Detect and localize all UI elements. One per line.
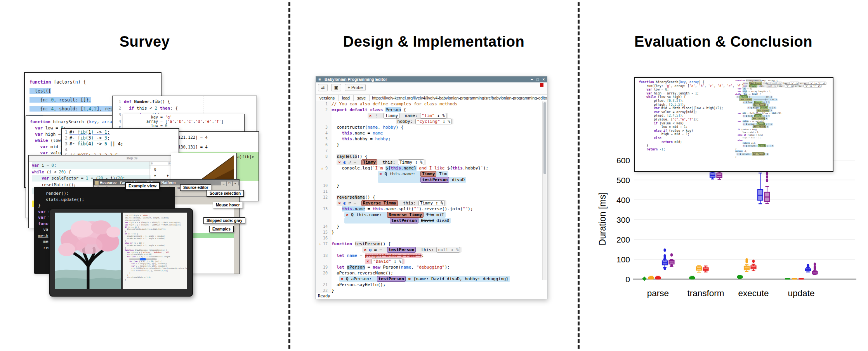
svg-text:600: 600 — [616, 156, 630, 165]
code-row: 8 sayHello() { — [316, 154, 547, 159]
code-row: var mid = Math.floor((low + high)/2); — [639, 107, 749, 110]
code-row: run({key: 'g', array: ['a', 'b', 'c', 'd… — [639, 84, 749, 88]
code-row: × Q low: Found 0 │ 3 — [735, 101, 827, 104]
code-row: × Q aPerson: testPerson ✱ {name: David d… — [316, 276, 547, 282]
code-row: 4 — [63, 147, 179, 153]
svg-text:parse: parse — [647, 288, 669, 298]
code-row: return mid; — [735, 142, 827, 145]
code-row: function binarySearch(key, array) { — [639, 80, 749, 84]
code-row: Not Found e — [735, 126, 827, 128]
window-controls: −□× — [527, 77, 545, 82]
callout-examples: Examples — [209, 226, 234, 232]
code-row: 7 — [316, 148, 547, 154]
dashed-separator — [288, 2, 290, 349]
code-row: × Q mid: Found 2 │ 4 — [735, 115, 827, 117]
editor-titlebar[interactable]: ≡ Babylonian Programming Editor −□× — [316, 77, 547, 82]
code-row: } — [639, 144, 749, 148]
code-row: var mid = Math.floor((low + high)/2); — [735, 112, 827, 115]
panel-title-survey: Survey — [0, 33, 289, 50]
code-row: var low = 0; — [639, 88, 749, 92]
code-row: else — [735, 139, 827, 142]
code-row: Not Found 5 — [735, 109, 827, 112]
code-row: p(low, [0,3,5]); — [639, 99, 749, 103]
code-row: p(high, [5,5,5]); — [639, 103, 749, 107]
screenshot-plain-code: function binarySearch(key, array) { run(… — [639, 80, 749, 151]
code-row: 1#+ fib(1) -> 1; — [63, 129, 179, 135]
code-row: var value = array[mid]; — [735, 120, 827, 123]
code-row: 18 let name = prompt("Enter a name"); — [316, 253, 547, 258]
code-row: test([ — [30, 87, 161, 96]
code-row: × ◐ ⇄ ⋯ Reverse Timmy this: Timmy ↕ % — [316, 200, 547, 206]
code-row: p(mid, [2,4,5]); — [639, 114, 749, 118]
menu-icon[interactable]: ≡ — [318, 77, 321, 82]
survey-window-book: ctx.fillStyle = '#000';ctx.fillRect(0, -… — [49, 208, 193, 297]
code-row: 2#- fib(3) -> 3; — [63, 135, 179, 141]
code-row: 11 — [316, 189, 547, 194]
swap-icon-button[interactable]: ⇄ — [318, 84, 328, 91]
book-page-illustration — [55, 213, 121, 289]
code-row: Not Found 3 — [735, 104, 827, 107]
code-row: 19 let aPerson = new Person(name, "debug… — [316, 264, 547, 270]
code-row: × Q return: Not Found -1 — [735, 153, 827, 155]
code-row: else if (value > key) — [639, 129, 749, 133]
poster: Survey function factors(n) { test([ {n: … — [0, 0, 868, 351]
code-row: 3#- fib(4) -> 5 || 4; — [63, 141, 179, 147]
code-row: else if (value > key) — [735, 134, 827, 136]
editor-scrollbar[interactable] — [542, 101, 547, 280]
code-row: return mid; — [639, 140, 749, 144]
code-row: hobby: "cycling" ↕ % — [316, 119, 547, 124]
code-row: 4 this.name = name — [316, 130, 547, 136]
code-row: ×◐⇄⋯ Found this: null ↕% key: 'e' ↕% arr… — [735, 85, 827, 87]
code-row: 14 } — [316, 224, 547, 229]
code-row: 13 this.name = this.name.split("").rever… — [316, 206, 547, 212]
code-row: Not Found ─────────┼── 2 of 3 — [735, 98, 827, 101]
warning-icon: ⚠ — [319, 242, 323, 246]
code-row: while (i < 20) { — [32, 169, 151, 175]
code-row: high = mid - 1; — [735, 136, 827, 139]
code-row: 12 reverseName() { — [316, 194, 547, 200]
close-icon[interactable]: × — [542, 77, 545, 82]
code-row: if (value < key) — [639, 122, 749, 126]
minimize-icon[interactable]: − — [531, 77, 533, 82]
code-row: 5 this.hobby = hobby; — [316, 136, 547, 142]
code-row: 20 aPerson.reverseName(); — [316, 270, 547, 276]
close-icon[interactable]: × — [233, 181, 238, 186]
code-row: var i = 0; — [32, 162, 151, 169]
frame-icon-button[interactable]: ▣ — [331, 84, 341, 91]
code-row: × ◐ ⇄ ⋯ Timmy this: Timmy ↕ % — [316, 159, 547, 165]
code-row: × ⋮ Timmy name: "Tim" ↕ % — [316, 113, 547, 119]
code-row: function factors(n) { — [30, 78, 161, 87]
code-row: 2export default class Person { — [316, 107, 547, 113]
duration-boxplot-chart: 0100200300400500600Duration [ms]parsetra… — [578, 0, 868, 351]
progress-slider[interactable] — [130, 258, 157, 260]
add-probe-button[interactable]: + Probe — [345, 84, 366, 91]
code-row: key = 'g' — [146, 115, 244, 119]
code-row: } — [38, 203, 175, 209]
code-row: var value = array[mid]; — [639, 110, 749, 114]
maximize-icon[interactable]: □ — [536, 77, 539, 82]
code-row: × Q high: Found 5 │ 5 — [735, 107, 827, 109]
code-row: 10 } — [316, 183, 547, 189]
svg-text:Duration [ms]: Duration [ms] — [597, 192, 608, 246]
svg-text:500: 500 — [616, 176, 630, 185]
maximize-icon[interactable]: □ — [227, 181, 233, 186]
code-row: 3 constructor(name, hobby) { — [316, 124, 547, 130]
code-row: p(value, ["c","e","f"]); — [639, 118, 749, 122]
code-row: Not Found 4 — [735, 117, 827, 120]
svg-text:update: update — [788, 288, 815, 298]
callout-skipped-code: Skipped code: gray — [203, 217, 245, 224]
code-row: 1def Number.fib() { — [114, 98, 257, 105]
code-row: × "David" ↕ % — [316, 258, 547, 264]
code-row: return -1; — [735, 150, 827, 153]
code-row: var low = 0; — [735, 87, 827, 90]
code-area[interactable]: 1// You can also define examples for cla… — [316, 101, 547, 293]
minimize-icon[interactable]: _ — [221, 181, 227, 186]
code-row: 15} — [316, 229, 547, 235]
svg-text:400: 400 — [616, 196, 630, 204]
code-row: testPerson David divaD — [316, 218, 547, 224]
svg-text:0: 0 — [625, 275, 630, 284]
eclipse-scrollbar[interactable]: ▲ — [234, 203, 239, 274]
code-row: } — [735, 155, 827, 158]
warning-icon: ⚠ — [321, 166, 325, 170]
code-row: × Q this.name: Timmy Tim — [316, 171, 547, 177]
